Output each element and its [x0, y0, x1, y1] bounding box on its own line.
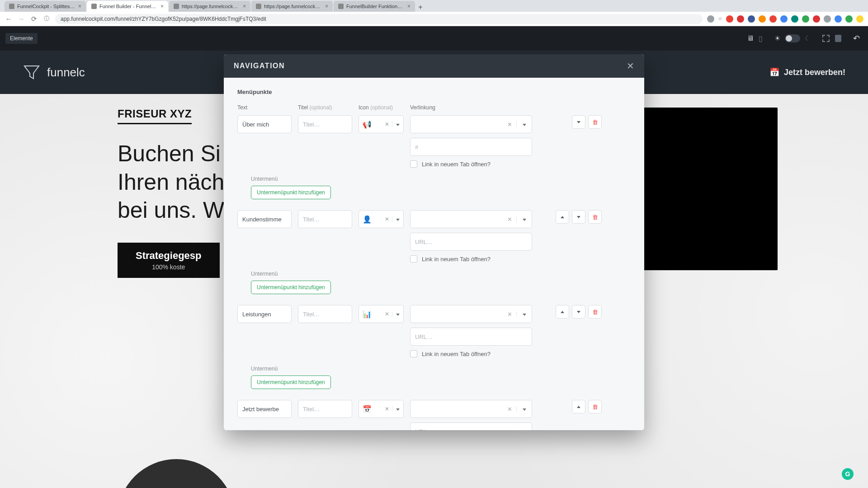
- header-cta[interactable]: 📅 Jetzt bewerben!: [769, 67, 845, 77]
- menu-title-input[interactable]: [298, 400, 352, 418]
- close-icon[interactable]: ✕: [627, 61, 634, 70]
- add-submenu-button[interactable]: Untermenüpunkt hinzufügen: [251, 281, 331, 294]
- browser-tab[interactable]: https://page.funnelcockpit.co…×: [169, 1, 250, 12]
- chevron-down-icon[interactable]: [392, 216, 400, 222]
- checkbox[interactable]: [410, 160, 417, 168]
- ext-icon[interactable]: [780, 15, 788, 23]
- elements-button[interactable]: Elemente: [5, 33, 38, 44]
- icon-select[interactable]: 📊✕: [359, 305, 404, 323]
- link-select[interactable]: ✕: [410, 400, 532, 418]
- ext-icon[interactable]: [791, 15, 798, 23]
- newtab-checkbox-row[interactable]: Link in neuem Tab öffnen?: [410, 255, 532, 263]
- ext-icon[interactable]: [824, 15, 831, 23]
- link-url-input[interactable]: [410, 138, 532, 156]
- chevron-down-icon[interactable]: [516, 122, 532, 127]
- ext-icon[interactable]: [813, 15, 820, 23]
- menu-text-input[interactable]: [237, 115, 292, 133]
- chevron-down-icon[interactable]: [516, 311, 532, 317]
- browser-tab[interactable]: https://page.funnelcockpit.co…×: [251, 1, 333, 12]
- url-input[interactable]: [55, 14, 703, 24]
- clear-icon[interactable]: ✕: [503, 406, 516, 413]
- browser-tab[interactable]: Funnel Builder - FunnelCockpit×: [87, 1, 168, 12]
- submenu-block: UntermenüUntermenüpunkt hinzufügen: [251, 271, 631, 294]
- theme-switch[interactable]: [785, 34, 800, 42]
- menu-text-input[interactable]: [237, 305, 292, 323]
- checkbox[interactable]: [410, 350, 417, 357]
- grammarly-badge[interactable]: G: [842, 468, 854, 480]
- browser-tab[interactable]: FunnelCockpit - Splittests, M…×: [5, 1, 86, 12]
- move-down-button[interactable]: [572, 210, 585, 224]
- desktop-icon[interactable]: 🖥: [747, 34, 754, 43]
- ext-icon[interactable]: [748, 15, 755, 23]
- icon-select[interactable]: 👤✕: [359, 210, 404, 228]
- ext-icon[interactable]: [769, 15, 777, 23]
- megaphone-icon: 📢: [363, 120, 382, 129]
- cta-box[interactable]: Strategiegesp 100% koste: [118, 243, 220, 278]
- clear-icon[interactable]: ✕: [503, 216, 516, 223]
- ext-icon[interactable]: [737, 15, 744, 23]
- layout-icon[interactable]: [822, 35, 830, 42]
- link-select[interactable]: ✕: [410, 210, 532, 228]
- mobile-icon[interactable]: ▯: [759, 34, 763, 43]
- ext-star-icon[interactable]: ☆: [718, 16, 722, 22]
- link-select[interactable]: ✕: [410, 115, 532, 133]
- clear-icon[interactable]: ✕: [503, 121, 516, 128]
- tab-close-icon[interactable]: ×: [78, 3, 81, 9]
- icon-select[interactable]: 📢✕: [359, 115, 404, 133]
- checkbox[interactable]: [410, 255, 417, 263]
- ext-icon[interactable]: [759, 15, 766, 23]
- move-down-button[interactable]: [572, 305, 585, 319]
- favicon: [174, 4, 179, 9]
- link-url-input[interactable]: [410, 422, 532, 430]
- nav-back-icon[interactable]: ←: [5, 15, 13, 23]
- delete-button[interactable]: [588, 305, 602, 319]
- chevron-down-icon[interactable]: [392, 122, 400, 127]
- newtab-checkbox-row[interactable]: Link in neuem Tab öffnen?: [410, 160, 532, 168]
- ext-icon[interactable]: [802, 15, 809, 23]
- link-url-input[interactable]: [410, 233, 532, 251]
- add-submenu-button[interactable]: Untermenüpunkt hinzufügen: [251, 186, 331, 199]
- link-select[interactable]: ✕: [410, 305, 532, 323]
- nav-reload-icon[interactable]: ⟳: [30, 15, 38, 23]
- ext-icon[interactable]: [845, 15, 853, 23]
- menu-title-input[interactable]: [298, 210, 352, 228]
- panel-icon[interactable]: [835, 35, 841, 42]
- new-tab-button[interactable]: +: [416, 3, 425, 12]
- link-url-input[interactable]: [410, 328, 532, 346]
- browser-tab[interactable]: FunnelBuilder Funktionen & El…×: [334, 1, 415, 12]
- clear-icon[interactable]: ✕: [385, 311, 389, 317]
- clear-icon[interactable]: ✕: [385, 406, 389, 412]
- ext-icon[interactable]: [707, 15, 714, 23]
- tab-close-icon[interactable]: ×: [325, 3, 328, 9]
- ext-icon[interactable]: [726, 15, 733, 23]
- undo-icon[interactable]: ↶: [853, 33, 860, 43]
- site-info-icon[interactable]: ⓘ: [42, 15, 51, 23]
- clear-icon[interactable]: ✕: [503, 311, 516, 318]
- menu-title-input[interactable]: [298, 305, 352, 323]
- newtab-checkbox-row[interactable]: Link in neuem Tab öffnen?: [410, 350, 532, 357]
- move-up-button[interactable]: [572, 400, 585, 413]
- add-submenu-button[interactable]: Untermenüpunkt hinzufügen: [251, 375, 331, 389]
- delete-button[interactable]: [588, 400, 602, 413]
- icon-select[interactable]: 📅✕: [359, 400, 404, 418]
- chevron-down-icon[interactable]: [516, 216, 532, 222]
- chevron-down-icon[interactable]: [516, 406, 532, 412]
- chevron-down-icon[interactable]: [392, 311, 400, 317]
- ext-icon[interactable]: [856, 15, 863, 23]
- nav-forward-icon[interactable]: →: [17, 15, 25, 23]
- clear-icon[interactable]: ✕: [385, 121, 389, 127]
- move-up-button[interactable]: [556, 305, 569, 319]
- tab-close-icon[interactable]: ×: [160, 3, 164, 9]
- clear-icon[interactable]: ✕: [385, 216, 389, 222]
- chevron-down-icon[interactable]: [392, 406, 400, 412]
- delete-button[interactable]: [588, 115, 602, 129]
- tab-close-icon[interactable]: ×: [243, 3, 246, 9]
- menu-text-input[interactable]: [237, 400, 292, 418]
- ext-icon[interactable]: [835, 15, 842, 23]
- delete-button[interactable]: [588, 210, 602, 224]
- menu-title-input[interactable]: [298, 115, 352, 133]
- tab-close-icon[interactable]: ×: [407, 3, 410, 9]
- move-down-button[interactable]: [572, 115, 585, 129]
- menu-text-input[interactable]: [237, 210, 292, 228]
- move-up-button[interactable]: [556, 210, 569, 224]
